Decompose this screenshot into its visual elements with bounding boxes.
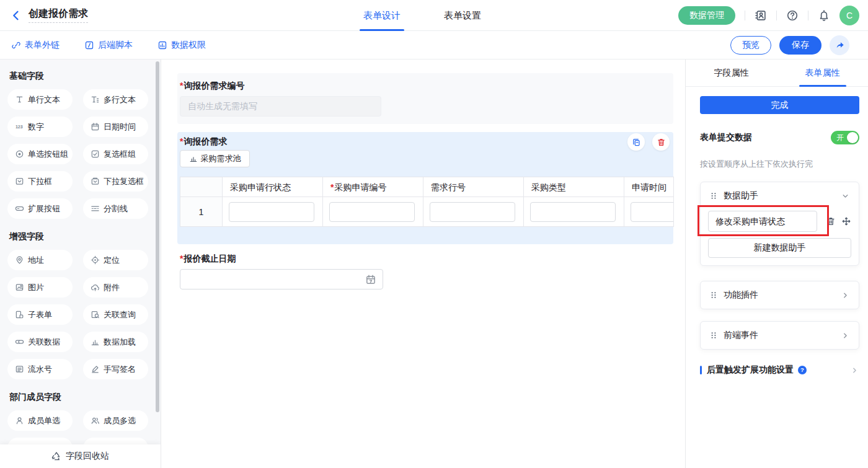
share-button[interactable] (830, 35, 849, 55)
data-manage-button[interactable]: 数据管理 (678, 6, 735, 25)
serial-input[interactable]: 自动生成无需填写 (180, 96, 381, 117)
svg-text:123: 123 (16, 125, 23, 129)
sidebar-item-divider[interactable]: 分割线 (83, 198, 148, 219)
drag-handle-icon[interactable] (709, 192, 718, 200)
done-button[interactable]: 完成 (700, 96, 859, 114)
sidebar-item-image[interactable]: 图片 (7, 277, 73, 298)
sidebar-item-cloudup[interactable]: 附件 (83, 277, 148, 298)
tab-field-properties[interactable]: 字段属性 (686, 60, 777, 86)
toolbar-link-label: 表单外链 (25, 40, 60, 51)
sidebar-item-label: 子表单 (28, 309, 52, 320)
new-data-assistant-button[interactable]: 新建数据助手 (708, 238, 851, 258)
field-label: *询报价需求 (180, 137, 673, 146)
drag-handle-icon[interactable] (709, 291, 718, 299)
toolbar-link[interactable]: 表单外链 (11, 40, 60, 51)
sidebar-section-title: 增强字段 (9, 231, 153, 242)
table-header-cell: 采购类型 (524, 177, 624, 197)
tab-form-properties[interactable]: 表单属性 (777, 60, 868, 86)
script-icon (84, 40, 94, 50)
table-header-cell: 采购申请行状态 (223, 177, 323, 197)
save-button[interactable]: 保存 (779, 36, 822, 55)
sidebar-item-pin[interactable]: 地址 (7, 250, 73, 270)
frontend-event-header[interactable]: 前端事件 (701, 322, 859, 349)
procurement-pool-button[interactable]: 采购需求池 (180, 150, 250, 167)
sidebar-section-title: 部门成员字段 (9, 392, 153, 403)
field-subform-selected[interactable]: *询报价需求 采购需求池 采购申请行状态*采购申请编号需求行号采购类型申请时间1 (177, 132, 673, 244)
help-icon[interactable] (786, 9, 799, 22)
sidebar-item-linkdata[interactable]: 关联数据 (7, 332, 73, 352)
chevron-right-icon (841, 291, 850, 300)
chart-bars-icon (189, 154, 198, 163)
post-trigger-settings[interactable]: 后置触发扩展功能设置 ? (700, 364, 859, 376)
field-serial-number[interactable]: *询报价需求编号 自动生成无需填写 (177, 73, 673, 124)
assistant-item-modify-status[interactable]: 修改采购申请状态 (708, 211, 817, 232)
sidebar-item-extbtn[interactable]: 扩展按钮 (7, 198, 73, 219)
sidebar-section-title: 基础字段 (9, 71, 153, 82)
sidebar-item-mselect[interactable]: 下拉复选框 (83, 171, 148, 192)
sidebar-item-label: 成员多选 (104, 415, 136, 426)
extbtn-icon (15, 204, 24, 213)
chevron-right-icon (850, 366, 859, 375)
sidebar-item-serial[interactable]: 流水号 (7, 359, 73, 379)
sidebar-item-subform[interactable]: 子表单 (7, 304, 73, 325)
table-cell-input[interactable] (530, 202, 616, 222)
chart-icon (91, 337, 100, 347)
sidebar-item-crosshair[interactable]: 定位 (83, 250, 148, 270)
field-date[interactable]: *报价截止日期 (177, 253, 673, 291)
copy-field-button[interactable] (627, 133, 645, 151)
sidebar-item-radio[interactable]: 单选按钮组 (7, 144, 73, 164)
plugin-header[interactable]: 功能插件 (701, 281, 859, 309)
submit-data-toggle[interactable]: 开 (831, 131, 859, 144)
sidebar-item-label: 多行文本 (104, 94, 136, 105)
frontend-event-card: 前端事件 (700, 321, 859, 350)
page-title[interactable]: 创建报价需求 (29, 7, 88, 23)
sidebar-scrollbar[interactable] (156, 61, 159, 412)
delete-field-button[interactable] (652, 133, 670, 151)
delete-assistant-icon[interactable] (826, 216, 836, 226)
table-cell (423, 197, 524, 226)
tab-form-design[interactable]: 表单设计 (360, 0, 404, 31)
divider (776, 11, 777, 20)
toolbar-link[interactable]: 后端脚本 (84, 40, 133, 51)
copy-icon (632, 138, 641, 147)
sidebar-item-select[interactable]: 下拉框 (7, 171, 73, 192)
table-header-cell: 需求行号 (423, 177, 524, 197)
drag-handle-icon[interactable] (709, 331, 718, 340)
sidebar-item-checkbox[interactable]: 复选框组 (83, 144, 148, 164)
data-assistant-header[interactable]: 数据助手 (701, 182, 859, 210)
sidebar-item-tmulti[interactable]: 多行文本 (83, 89, 148, 110)
sidebar-item-label: 定位 (104, 255, 120, 266)
notification-bell-icon[interactable] (818, 9, 830, 22)
sidebar-item-label: 关联查询 (104, 309, 136, 320)
sidebar-item-num[interactable]: 123数字 (7, 117, 73, 137)
toolbar-link-label: 后端脚本 (98, 40, 133, 51)
table-cell-input[interactable] (329, 202, 415, 222)
toggle-knob (847, 132, 858, 143)
table-cell-input[interactable] (229, 202, 314, 222)
serial-icon (15, 364, 24, 374)
table-corner-cell (180, 177, 223, 197)
sidebar-item-caldt[interactable]: 日期时间 (83, 117, 148, 137)
question-icon[interactable]: ? (797, 365, 807, 375)
tab-form-settings[interactable]: 表单设置 (440, 0, 485, 31)
field-recycle-bin[interactable]: 字段回收站 (0, 444, 161, 468)
sidebar-item-tsingle[interactable]: 单行文本 (7, 89, 73, 110)
tsingle-icon (15, 95, 24, 104)
move-assistant-icon[interactable] (841, 216, 851, 226)
sidebar-item-pen[interactable]: 手写签名 (83, 359, 148, 379)
sidebar-item-label: 附件 (104, 282, 120, 293)
sidebar-item-chart[interactable]: 数据加载 (83, 332, 148, 352)
sidebar-item-label: 日期时间 (104, 121, 136, 133)
toolbar-link[interactable]: 数据权限 (157, 40, 206, 51)
table-cell-input[interactable] (631, 202, 674, 222)
preview-button[interactable]: 预览 (730, 36, 771, 55)
sidebar-item-users[interactable]: 成员多选 (83, 410, 148, 431)
sidebar-item-user[interactable]: 成员单选 (7, 410, 73, 431)
back-icon[interactable] (10, 9, 22, 22)
contact-book-icon[interactable] (755, 9, 767, 22)
table-cell-input[interactable] (430, 202, 515, 222)
avatar[interactable]: C (839, 6, 859, 25)
sidebar-item-lookup[interactable]: 关联查询 (83, 304, 148, 325)
date-input[interactable] (180, 269, 383, 289)
table-cell (223, 197, 323, 226)
